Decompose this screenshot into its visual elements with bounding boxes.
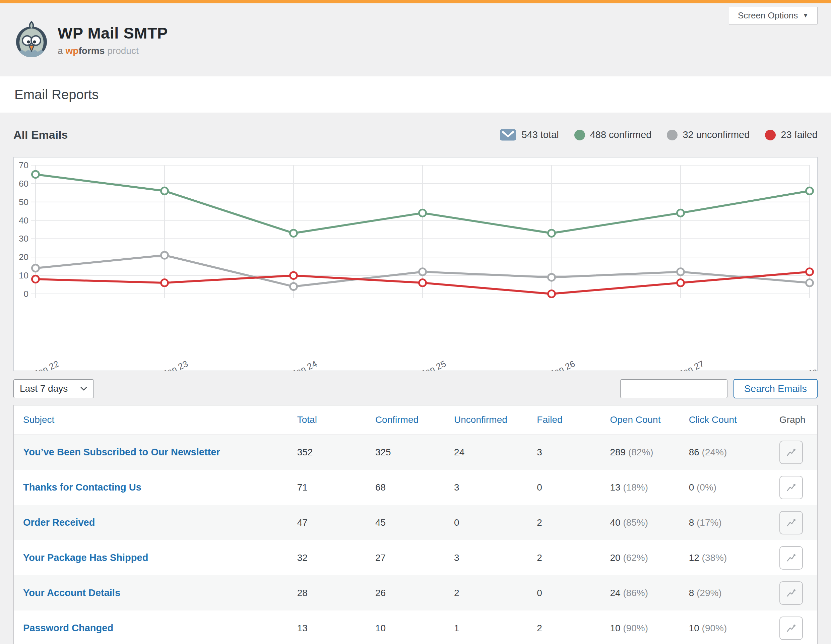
- cell-open-count: 20 (62%): [610, 540, 689, 575]
- screen-options-label: Screen Options: [738, 10, 798, 21]
- email-subject-link[interactable]: Thanks for Contacting Us: [23, 482, 142, 493]
- filter-row: Last 7 days Search Emails: [13, 379, 818, 398]
- row-graph-button[interactable]: [779, 511, 803, 534]
- legend-label: 488 confirmed: [590, 129, 652, 140]
- cell-unconfirmed: 3: [454, 540, 537, 575]
- column-header-failed[interactable]: Failed: [537, 405, 610, 434]
- email-subject-link[interactable]: Order Received: [23, 517, 95, 528]
- column-header-click_count[interactable]: Click Count: [689, 405, 779, 434]
- legend-item-failed: 23 failed: [765, 129, 818, 140]
- search-input[interactable]: [620, 379, 728, 398]
- plugin-header: WP Mail SMTP awpformsproduct Screen Opti…: [0, 3, 831, 76]
- cell-click-count: 8 (29%): [689, 575, 779, 611]
- section-title: All Emails: [13, 128, 68, 142]
- line-chart-icon: [785, 552, 797, 564]
- brand-block: WP Mail SMTP awpformsproduct: [57, 24, 168, 56]
- svg-text:10: 10: [19, 270, 29, 280]
- row-graph-button[interactable]: [779, 476, 803, 499]
- cell-click-count: 8 (17%): [689, 505, 779, 540]
- cell-failed: 2: [537, 611, 610, 644]
- cell-total: 47: [297, 505, 375, 540]
- table-row: Your Package Has Shipped32273220 (62%)12…: [14, 540, 817, 575]
- column-header-subject[interactable]: Subject: [14, 405, 297, 434]
- svg-text:40: 40: [19, 215, 29, 226]
- page-title: Email Reports: [14, 87, 99, 102]
- date-range-select[interactable]: Last 7 days: [13, 379, 94, 398]
- line-chart-icon: [785, 517, 797, 528]
- cell-total: 32: [297, 540, 375, 575]
- svg-text:60: 60: [19, 178, 29, 189]
- cell-open-count: 24 (86%): [610, 575, 689, 611]
- cell-confirmed: 27: [375, 540, 454, 575]
- cell-confirmed: 68: [375, 470, 454, 505]
- cell-open-count: 289 (82%): [610, 434, 689, 470]
- date-range-value: Last 7 days: [20, 383, 68, 394]
- cell-unconfirmed: 3: [454, 470, 537, 505]
- line-chart-icon: [785, 482, 797, 493]
- cell-total: 13: [297, 611, 375, 644]
- chart-legend: 543 total488 confirmed32 unconfirmed23 f…: [500, 129, 818, 141]
- email-subject-link[interactable]: Your Account Details: [23, 587, 120, 598]
- table-row: Your Account Details28262024 (86%)8 (29%…: [14, 575, 817, 611]
- row-graph-button[interactable]: [779, 440, 803, 464]
- table-row: Order Received47450240 (85%)8 (17%): [14, 505, 817, 540]
- cell-failed: 0: [537, 575, 610, 611]
- page-title-band: Email Reports: [0, 76, 831, 113]
- cell-total: 28: [297, 575, 375, 611]
- cell-click-count: 12 (38%): [689, 540, 779, 575]
- tagline-forms: forms: [78, 46, 105, 56]
- chevron-down-icon: [80, 386, 88, 391]
- top-accent-bar: [0, 0, 831, 3]
- email-subject-link[interactable]: Password Changed: [23, 623, 113, 633]
- cell-click-count: 86 (24%): [689, 434, 779, 470]
- cell-open-count: 40 (85%): [610, 505, 689, 540]
- pigeon-mascot-icon: [14, 21, 49, 59]
- row-graph-button[interactable]: [779, 581, 803, 605]
- column-header-graph: Graph: [779, 405, 817, 434]
- wp-mail-smtp-logo: [14, 21, 49, 59]
- cell-confirmed: 325: [375, 434, 454, 470]
- screen-options-button[interactable]: Screen Options ▼: [729, 7, 818, 25]
- legend-label: 32 unconfirmed: [683, 129, 750, 140]
- svg-text:0: 0: [24, 289, 29, 299]
- legend-dot: [574, 130, 585, 140]
- email-subject-link[interactable]: Your Package Has Shipped: [23, 552, 148, 563]
- cell-confirmed: 45: [375, 505, 454, 540]
- email-subject-link[interactable]: You’ve Been Subscribed to Our Newsletter: [23, 447, 220, 457]
- cell-total: 71: [297, 470, 375, 505]
- svg-text:30: 30: [19, 234, 29, 243]
- column-header-total[interactable]: Total: [297, 405, 375, 434]
- svg-text:Jan 25: Jan 25: [420, 359, 447, 370]
- chevron-down-icon: ▼: [802, 12, 809, 19]
- svg-text:Jan 22: Jan 22: [32, 359, 60, 370]
- cell-failed: 2: [537, 505, 610, 540]
- svg-text:Jan 23: Jan 23: [161, 359, 189, 370]
- legend-item-unconfirmed: 32 unconfirmed: [667, 129, 750, 140]
- cell-click-count: 0 (0%): [689, 470, 779, 505]
- x-axis-labels: Jan 22Jan 23Jan 24Jan 25Jan 26Jan 27Jan …: [32, 359, 817, 370]
- column-header-open_count[interactable]: Open Count: [610, 405, 689, 434]
- y-axis-labels: 010203040506070: [19, 160, 29, 299]
- emails-line-chart: 010203040506070Jan 22Jan 23Jan 24Jan 25J…: [14, 157, 817, 370]
- search-emails-button[interactable]: Search Emails: [734, 379, 818, 398]
- main-content: All Emails 543 total488 confirmed32 unco…: [0, 113, 831, 644]
- column-header-unconfirmed[interactable]: Unconfirmed: [454, 405, 537, 434]
- legend-label: 23 failed: [781, 129, 818, 140]
- cell-unconfirmed: 2: [454, 575, 537, 611]
- cell-failed: 2: [537, 540, 610, 575]
- cell-unconfirmed: 0: [454, 505, 537, 540]
- cell-unconfirmed: 24: [454, 434, 537, 470]
- cell-open-count: 13 (18%): [610, 470, 689, 505]
- email-reports-table-card: SubjectTotalConfirmedUnconfirmedFailedOp…: [13, 405, 818, 644]
- line-chart-icon: [785, 447, 797, 458]
- column-header-confirmed[interactable]: Confirmed: [375, 405, 454, 434]
- row-graph-button[interactable]: [779, 546, 803, 569]
- legend-dot: [765, 130, 776, 140]
- cell-open-count: 10 (90%): [610, 611, 689, 644]
- legend-label: 543 total: [521, 129, 559, 140]
- row-graph-button[interactable]: [779, 617, 803, 640]
- table-row: You’ve Been Subscribed to Our Newsletter…: [14, 434, 817, 470]
- svg-text:20: 20: [19, 252, 29, 262]
- svg-text:Jan 27: Jan 27: [678, 359, 705, 370]
- email-reports-table: SubjectTotalConfirmedUnconfirmedFailedOp…: [14, 405, 817, 644]
